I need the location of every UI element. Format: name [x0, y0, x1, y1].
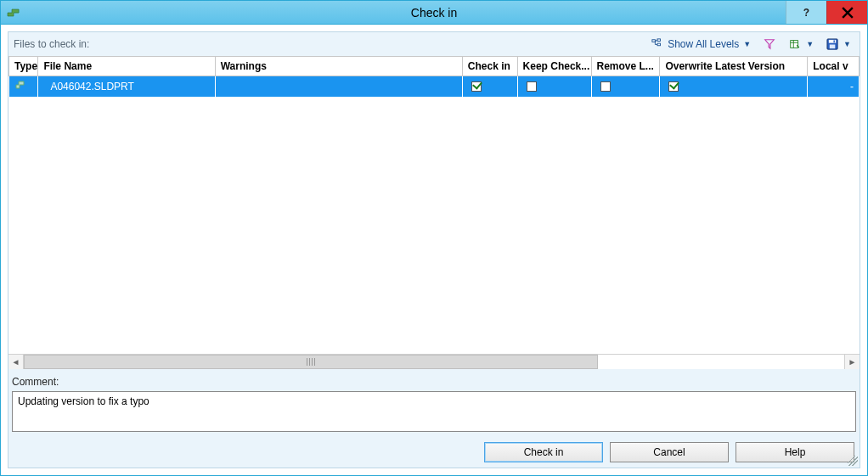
- dialog-body: Files to check in: Show All Levels ▼: [1, 25, 867, 475]
- help-button-footer[interactable]: Help: [736, 442, 854, 462]
- inner-panel: Files to check in: Show All Levels ▼: [8, 31, 860, 468]
- col-header-keep-checked-out[interactable]: Keep Check...: [517, 57, 591, 76]
- cell-check-in: [462, 76, 517, 97]
- titlebar: Check in ?: [1, 1, 867, 25]
- files-to-check-in-label: Files to check in:: [14, 38, 89, 50]
- comment-input[interactable]: [12, 391, 856, 432]
- col-header-overwrite[interactable]: Overwrite Latest Version: [660, 57, 808, 76]
- columns-button[interactable]: ▼: [785, 36, 817, 53]
- svg-rect-3: [791, 41, 798, 48]
- part-file-icon: [14, 79, 26, 91]
- toolbar: Files to check in: Show All Levels ▼: [8, 32, 860, 56]
- grid-empty-area: [8, 97, 860, 355]
- svg-rect-7: [833, 40, 834, 42]
- show-all-levels-button[interactable]: Show All Levels ▼: [647, 36, 754, 53]
- cancel-button[interactable]: Cancel: [610, 442, 729, 462]
- grid-header-row: Type File Name Warnings Check in Keep Ch…: [9, 57, 860, 76]
- cell-overwrite: [660, 76, 808, 97]
- footer-buttons: Check in Cancel Help: [8, 439, 860, 468]
- tree-icon: [651, 37, 664, 51]
- resize-grip[interactable]: [848, 456, 858, 466]
- scroll-right-arrow[interactable]: ►: [844, 355, 860, 369]
- cell-warnings: [215, 76, 462, 97]
- close-button[interactable]: [826, 1, 867, 24]
- app-icon: [6, 5, 21, 20]
- col-header-local-version[interactable]: Local v: [808, 57, 860, 76]
- horizontal-scrollbar[interactable]: ◄ ►: [8, 354, 860, 369]
- show-all-levels-label: Show All Levels: [668, 38, 739, 50]
- comment-label: Comment:: [12, 376, 856, 388]
- check-in-button[interactable]: Check in: [484, 442, 603, 462]
- window-controls: ?: [786, 1, 867, 24]
- cell-file-name: A046042.SLDPRT: [38, 76, 215, 97]
- col-header-warnings[interactable]: Warnings: [215, 57, 462, 76]
- check-in-checkbox[interactable]: [471, 81, 482, 92]
- svg-rect-1: [657, 39, 661, 42]
- funnel-icon: [763, 37, 776, 51]
- col-header-file-name[interactable]: File Name: [38, 57, 215, 76]
- col-header-type[interactable]: Type: [9, 57, 38, 76]
- svg-rect-0: [652, 40, 656, 42]
- dropdown-arrow-icon: ▼: [843, 40, 851, 48]
- cell-type: [9, 76, 38, 97]
- dropdown-arrow-icon: ▼: [743, 40, 751, 48]
- keep-checked-out-checkbox[interactable]: [527, 81, 537, 92]
- help-button[interactable]: ?: [786, 1, 826, 24]
- checkin-dialog: Check in ? Files to check in:: [0, 0, 868, 476]
- scroll-thumb[interactable]: [24, 355, 598, 369]
- dropdown-arrow-icon: ▼: [806, 40, 814, 48]
- cell-remove-local: [591, 76, 660, 97]
- remove-local-checkbox[interactable]: [600, 81, 611, 92]
- svg-rect-2: [657, 43, 661, 46]
- svg-rect-6: [829, 44, 835, 48]
- floppy-icon: [826, 37, 839, 51]
- cell-local-version: -: [808, 76, 860, 97]
- col-header-remove-local[interactable]: Remove L...: [591, 57, 660, 76]
- window-title: Check in: [1, 6, 867, 20]
- cell-keep-checked-out: [517, 76, 591, 97]
- scroll-left-arrow[interactable]: ◄: [8, 355, 24, 369]
- filter-button[interactable]: [759, 36, 780, 53]
- col-header-check-in[interactable]: Check in: [462, 57, 517, 76]
- svg-rect-5: [828, 39, 835, 42]
- table-row[interactable]: A046042.SLDPRT -: [9, 76, 860, 97]
- overwrite-checkbox[interactable]: [668, 81, 679, 92]
- columns-icon: [788, 37, 802, 51]
- files-grid: Type File Name Warnings Check in Keep Ch…: [8, 56, 860, 369]
- save-button[interactable]: ▼: [822, 36, 854, 53]
